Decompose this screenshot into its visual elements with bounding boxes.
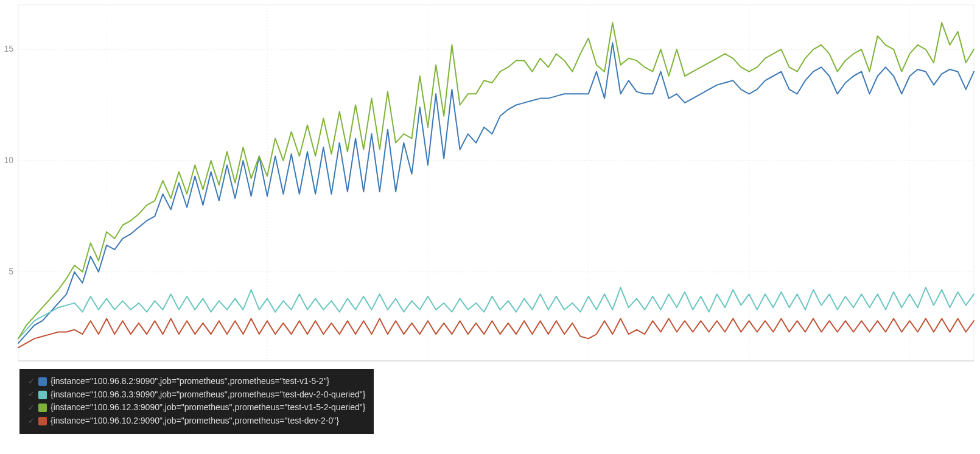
- legend-swatch: [38, 377, 47, 386]
- check-icon: ✓: [28, 375, 35, 388]
- legend-item-0[interactable]: ✓{instance="100.96.8.2:9090",job="promet…: [28, 375, 365, 388]
- legend-swatch: [38, 417, 47, 425]
- legend-item-2[interactable]: ✓{instance="100.96.12.3:9090",job="prome…: [28, 401, 365, 414]
- timeseries-chart[interactable]: 5101500:0006:00: [0, 0, 980, 365]
- legend-item-1[interactable]: ✓{instance="100.96.3.3:9090",job="promet…: [28, 388, 365, 402]
- chart-legend: ✓{instance="100.96.8.2:9090",job="promet…: [19, 369, 374, 434]
- legend-swatch: [38, 403, 47, 412]
- series-line-2[interactable]: [18, 23, 974, 338]
- x-tick-label: 06:00: [738, 364, 760, 365]
- x-tick-label: 00:00: [256, 364, 278, 365]
- y-tick-label: 15: [4, 44, 13, 54]
- legend-swatch: [38, 391, 47, 399]
- legend-label: {instance="100.96.10.2:9090",job="promet…: [51, 414, 339, 428]
- legend-label: {instance="100.96.3.3:9090",job="prometh…: [51, 388, 365, 402]
- check-icon: ✓: [28, 402, 35, 414]
- series-line-3[interactable]: [18, 319, 974, 348]
- legend-item-3[interactable]: ✓{instance="100.96.10.2:9090",job="prome…: [28, 414, 365, 428]
- legend-label: {instance="100.96.8.2:9090",job="prometh…: [51, 375, 329, 388]
- check-icon: ✓: [28, 415, 35, 427]
- check-icon: ✓: [28, 388, 35, 400]
- series-line-1[interactable]: [18, 287, 974, 338]
- legend-label: {instance="100.96.12.3:9090",job="promet…: [51, 401, 365, 414]
- y-tick-label: 5: [9, 267, 13, 276]
- y-tick-label: 10: [4, 155, 13, 165]
- series-line-0[interactable]: [18, 43, 974, 343]
